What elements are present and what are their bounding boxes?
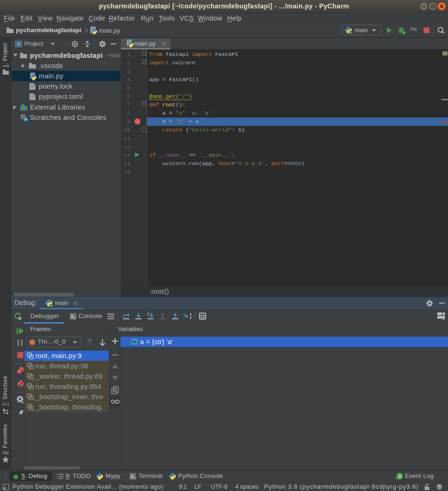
svg-text:3: 3 [399,474,401,479]
